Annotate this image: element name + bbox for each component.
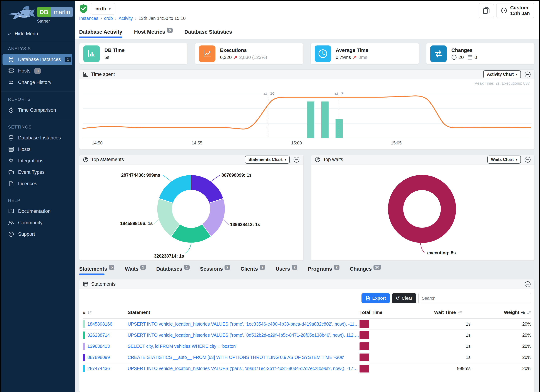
sidebar-item-label: Database Instances [18, 135, 61, 141]
tab-statements[interactable]: Statements5 [79, 266, 115, 274]
copy-link-button[interactable] [479, 3, 494, 18]
slice-label: 139638413: 1s [230, 222, 260, 227]
donut-slice[interactable] [396, 183, 449, 235]
slice-label: 287474436: 999ms [121, 173, 160, 178]
tab-waits[interactable]: Waits1 [125, 266, 146, 274]
chevron-down-icon: ▾ [516, 73, 517, 76]
tab-clients[interactable]: Clients2 [241, 266, 265, 274]
top-statements-panel: Top statements Statements Chart▾ [79, 155, 304, 261]
bar-chart-icon [83, 45, 100, 62]
breadcrumb-crdb[interactable]: crdb [104, 16, 113, 21]
sidebar-item-community[interactable]: Community [0, 217, 75, 228]
breadcrumb-instances[interactable]: Instances [79, 16, 98, 21]
up-arrow-icon: ↗ [234, 55, 237, 60]
sidebar-item-settings-database-instances[interactable]: Database Instances [0, 132, 75, 144]
statement-link[interactable]: CREATE STATISTICS __auto__ FROM [63] WIT… [128, 355, 360, 360]
sidebar-item-hosts[interactable]: Hosts 0 [0, 65, 75, 77]
card-average-time: Average Time 0.79ms ↗ 0ms [310, 43, 419, 65]
sidebar-item-time-comparison[interactable]: Time Comparison [0, 104, 75, 116]
marlin-fish-icon [3, 3, 35, 25]
tab-programs[interactable]: Programs2 [308, 266, 340, 274]
sidebar-item-event-types[interactable]: Event Types [0, 166, 75, 178]
total-time-bar [360, 342, 369, 350]
collapse-panel-icon[interactable] [293, 156, 300, 163]
database-icon [8, 56, 14, 62]
table-controls: Export ↺ Clear [79, 289, 535, 307]
tab-database-statistics[interactable]: Database Statistics [185, 29, 232, 39]
statements-chart-selector[interactable]: Statements Chart▾ [245, 156, 290, 164]
statement-link[interactable]: UPSERT INTO vehicle_location_histories V… [128, 322, 360, 327]
sidebar-section-reports: REPORTS Time Comparison [0, 91, 75, 119]
tab-users[interactable]: Users2 [275, 266, 297, 274]
statements-donut-chart[interactable]: 887898099: 1s 139638413: 1s 326238714: 1… [79, 164, 303, 260]
statement-link[interactable]: UPSERT INTO vehicle_location_histories V… [128, 332, 360, 338]
statement-link[interactable]: UPSERT INTO vehicle_location_histories V… [128, 366, 360, 371]
tab-sessions[interactable]: Sessions2 [200, 266, 230, 274]
licence-document-icon [8, 181, 14, 187]
statement-id-link[interactable]: 139638413 [87, 344, 110, 349]
waits-chart-selector[interactable]: Waits Chart▾ [487, 156, 521, 164]
tab-databases[interactable]: Databases1 [156, 266, 190, 274]
count-badge: 5 [109, 265, 115, 270]
sidebar-item-label: Hosts [18, 68, 30, 74]
main-area: crdb ▾ Custom 13th Jan Instances› crdb› … [75, 0, 540, 392]
count-badge: 1 [140, 265, 146, 270]
tab-host-metrics[interactable]: Host Metrics0 [134, 29, 173, 39]
instance-selector[interactable]: crdb ▾ [91, 3, 115, 15]
time-range-button[interactable]: Custom 13th Jan [496, 3, 534, 18]
change-marker-icon: ⇄ [263, 91, 267, 96]
statement-id-link[interactable]: 326238714 [87, 332, 110, 338]
sidebar-item-documentation[interactable]: Documentation [0, 205, 75, 217]
table-header-row: # Statement Total Time Wait Time Weight … [83, 307, 531, 318]
column-header-weight[interactable]: Weight % [470, 310, 531, 315]
collapse-panel-icon[interactable] [525, 71, 531, 78]
sidebar-item-integrations[interactable]: Integrations [0, 155, 75, 166]
sidebar-item-label: Community [18, 220, 43, 226]
statement-id-link[interactable]: 887898099 [87, 355, 110, 360]
change-marker-icon: ⇄ [335, 91, 338, 96]
label-leader-line [211, 175, 220, 182]
tab-changes[interactable]: Changes20 [350, 266, 381, 274]
breadcrumb-activity[interactable]: Activity [119, 16, 133, 21]
sidebar-item-label: Change History [18, 80, 51, 85]
sidebar-item-licences[interactable]: Licences [0, 178, 75, 189]
up-arrow-icon: ↗ [353, 55, 357, 60]
x-tick: 15:00 [291, 140, 302, 145]
column-header-id[interactable]: # [83, 310, 128, 315]
count-badge: 2 [260, 265, 265, 270]
sidebar-item-change-history[interactable]: Change History [0, 77, 75, 88]
export-icon [365, 296, 370, 301]
sidebar-item-support[interactable]: Support [0, 228, 75, 240]
statement-link[interactable]: SELECT city, id FROM vehicles WHERE city… [128, 344, 360, 349]
column-header-wait-time[interactable]: Wait Time [399, 310, 470, 315]
statement-id-link[interactable]: 287474436 [87, 366, 110, 371]
chevron-down-icon: ▾ [109, 7, 111, 11]
card-db-time: DB Time 5s [79, 43, 188, 65]
activity-line-chart: ⇄ 16 ⇄ 7 14:50 14:55 15:00 15:05 [79, 87, 535, 149]
hide-menu-button[interactable]: « Hide Menu [0, 27, 75, 41]
time-spent-chart[interactable]: Peak Time: 2s, Executions: 837 ⇄ 16 ⇄ 7 [79, 79, 535, 149]
waits-donut-chart[interactable]: executing: 5s [311, 164, 535, 260]
column-header-total-time[interactable]: Total Time [360, 310, 399, 315]
export-button[interactable]: Export [361, 293, 390, 303]
donut-slice[interactable] [191, 175, 223, 203]
clear-button[interactable]: ↺ Clear [392, 293, 416, 303]
pie-chart-icon [83, 157, 88, 162]
search-input[interactable] [418, 293, 531, 303]
sidebar-item-settings-hosts[interactable]: Hosts [0, 144, 75, 155]
collapse-panel-icon[interactable] [525, 281, 531, 288]
card-delta: 2,830 (123%) [239, 55, 267, 60]
activity-chart-selector[interactable]: Activity Chart▾ [483, 70, 521, 78]
server-icon [8, 146, 14, 152]
column-header-statement[interactable]: Statement [128, 310, 360, 315]
collapse-panel-icon[interactable] [525, 156, 531, 163]
donut-slice[interactable] [159, 175, 191, 203]
app-logo: DBmarlin Starter [0, 0, 75, 26]
chevron-down-icon: ▾ [516, 158, 517, 161]
weight-value: 20% [470, 355, 531, 360]
tab-database-activity[interactable]: Database Activity [79, 29, 122, 39]
table-row: 326238714 UPSERT INTO vehicle_location_h… [83, 330, 531, 341]
statement-id-link[interactable]: 1845898166 [87, 322, 112, 327]
sidebar-item-database-instances[interactable]: Database Instances 1 [3, 54, 72, 65]
label-leader-line [154, 219, 159, 223]
